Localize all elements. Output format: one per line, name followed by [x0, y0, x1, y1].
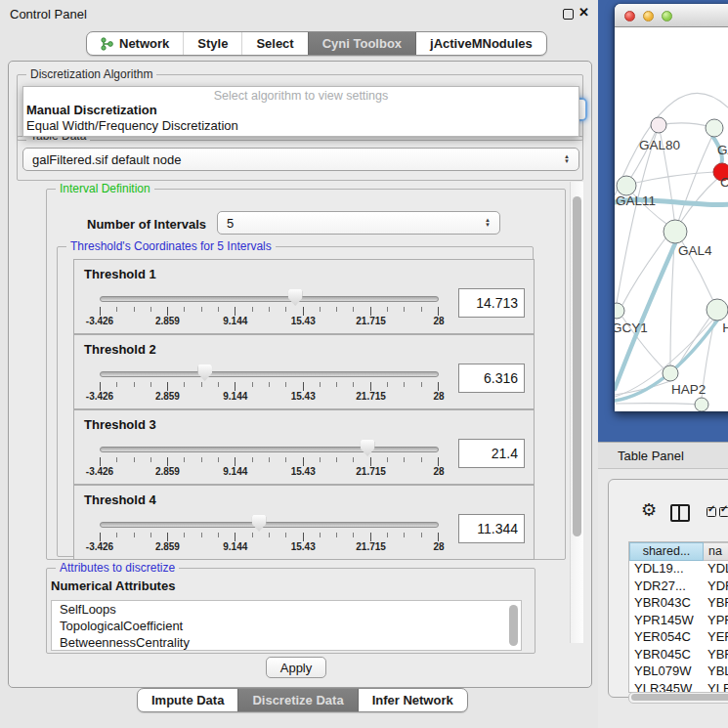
number-of-intervals-value: 5	[227, 216, 234, 231]
node-gal4[interactable]	[664, 220, 687, 243]
table-row[interactable]: YBR045CYBR0	[629, 647, 728, 664]
algorithm-dropdown-popup: Select algorithm to view settings Manual…	[22, 86, 579, 137]
tab-network-label: Network	[119, 36, 169, 51]
network-view-window[interactable]: GAL80 GA C GAL11 GAL4 GCY1 H HAP2	[615, 4, 728, 411]
numerical-attributes-label: Numerical Attributes	[51, 578, 175, 593]
algorithm-option-manual[interactable]: Manual Discretization	[23, 103, 578, 118]
node-label-partial-mid: C	[720, 175, 728, 190]
node-gal11[interactable]	[617, 176, 636, 195]
tab-select[interactable]: Select	[241, 32, 307, 55]
threshold-4-slider[interactable]: -3.4262.8599.14415.4321.71528	[100, 486, 439, 559]
table-row[interactable]: YBR043CYBR0	[629, 595, 728, 613]
table-data-value: galFiltered.sif default node	[32, 152, 181, 167]
slider-thumb[interactable]	[252, 515, 267, 532]
tab-style[interactable]: Style	[183, 32, 241, 55]
close-window-icon[interactable]	[624, 11, 635, 21]
numerical-attributes-list[interactable]: SelfLoops TopologicalCoefficient Between…	[51, 600, 522, 651]
node-attribute-table[interactable]: shared... na YDL19...YDL1 YDR27...YDR2 Y…	[628, 541, 728, 693]
table-row[interactable]: YDR27...YDR2	[629, 578, 728, 596]
table-panel-frame: ⚙ shared... na YDL19...YDL1 YDR27...YDR2…	[608, 479, 728, 698]
threshold-1-value-field[interactable]	[458, 288, 525, 318]
tick-label: 2.859	[155, 541, 180, 552]
threshold-1-panel: Threshold 1 -3.4262.8599.14415.4321.7152…	[73, 259, 535, 334]
checkbox-icon[interactable]	[707, 507, 716, 517]
tick-label: 15.43	[291, 316, 316, 326]
node-label-partial-top: GA	[717, 143, 728, 157]
tick-label: -3.426	[86, 541, 113, 552]
threshold-3-slider[interactable]: -3.4262.8599.14415.4321.71528	[100, 410, 439, 484]
table-panel-body: ⚙ shared... na YDL19...YDL1 YDR27...YDR2…	[598, 469, 728, 728]
apply-button[interactable]: Apply	[266, 657, 326, 678]
control-panel-titlebar: Control Panel ✕	[0, 0, 598, 27]
tick-label: 15.43	[291, 541, 316, 552]
table-data-combobox[interactable]: galFiltered.sif default node ▲▼	[22, 148, 579, 171]
tab-infer-network[interactable]: Infer Network	[358, 689, 467, 711]
tick-label: -3.426	[86, 391, 113, 402]
tab-cyni-toolbox[interactable]: Cyni Toolbox	[308, 32, 415, 55]
list-scrollbar[interactable]	[509, 604, 519, 647]
table-row[interactable]: YLR345WYLR3	[629, 681, 728, 693]
control-panel-tabbar: Network Style Select Cyni Toolbox jActiv…	[86, 31, 547, 56]
node-label-partial-h: H	[722, 321, 728, 335]
tick-label: 2.859	[155, 316, 180, 326]
slider-thumb[interactable]	[197, 364, 212, 381]
table-row[interactable]: YER054CYER0	[629, 629, 728, 647]
close-icon[interactable]: ✕	[578, 5, 589, 20]
slider-tick-labels: -3.4262.8599.14415.4321.71528	[100, 316, 439, 327]
node-hap2[interactable]	[663, 365, 678, 381]
thresholds-coordinates-title: Threshold's Coordinates for 5 Intervals	[66, 239, 276, 253]
network-canvas[interactable]: GAL80 GA C GAL11 GAL4 GCY1 H HAP2	[615, 27, 728, 411]
tab-discretize-data[interactable]: Discretize Data	[237, 689, 357, 711]
combo-arrows-icon: ▲▼	[485, 218, 491, 228]
threshold-3-value-field[interactable]	[458, 439, 525, 468]
node-top-right[interactable]	[706, 119, 723, 137]
tab-network[interactable]: Network	[87, 32, 183, 55]
slider-ticks	[100, 533, 439, 541]
cyni-toolbox-panel: Discretization Algorithm ▲▼ Select algor…	[8, 61, 592, 688]
slider-thumb[interactable]	[288, 289, 303, 306]
node-gal80[interactable]	[651, 117, 666, 133]
column-header-shared-name[interactable]: shared...	[629, 542, 704, 561]
slider-track[interactable]	[100, 296, 439, 302]
table-row[interactable]: YDL19...YDL1	[629, 561, 728, 578]
node-label-gcy1: GCY1	[615, 321, 648, 335]
table-panel-title: Table Panel	[618, 449, 684, 463]
slider-track[interactable]	[100, 522, 439, 528]
settings-scrollbar[interactable]	[570, 182, 583, 643]
threshold-4-value-field[interactable]	[458, 514, 525, 543]
slider-track[interactable]	[100, 447, 439, 452]
tab-impute-data[interactable]: Impute Data	[138, 689, 237, 711]
node-bottom[interactable]	[695, 398, 708, 411]
tab-jactivemnodules[interactable]: jActiveMNodules	[415, 32, 546, 55]
tick-label: 28	[433, 541, 444, 552]
cyni-bottom-tabbar: Impute Data Discretize Data Infer Networ…	[137, 688, 468, 712]
list-item[interactable]: BetweennessCentrality	[52, 634, 521, 651]
algorithm-option-equal-width[interactable]: Equal Width/Frequency Discretization	[23, 118, 578, 134]
zoom-window-icon[interactable]	[662, 11, 672, 21]
number-of-intervals-combobox[interactable]: 5 ▲▼	[217, 211, 500, 235]
checkbox-icon[interactable]	[719, 507, 728, 517]
slider-track[interactable]	[100, 371, 439, 377]
float-panel-icon[interactable]	[563, 9, 574, 20]
split-columns-icon[interactable]	[670, 504, 690, 522]
threshold-2-value-field[interactable]	[458, 364, 525, 393]
attributes-group-title: Attributes to discretize	[56, 561, 179, 575]
node-right[interactable]	[707, 299, 728, 321]
network-window-titlebar[interactable]	[615, 4, 728, 27]
gear-icon[interactable]: ⚙	[641, 501, 657, 519]
thresholds-coordinates-group: Threshold's Coordinates for 5 Intervals …	[57, 246, 534, 557]
node-label-hap2: HAP2	[671, 382, 706, 397]
table-row[interactable]: YPR145WYPR1	[629, 613, 728, 630]
node-gcy1[interactable]	[615, 303, 624, 319]
minimize-window-icon[interactable]	[643, 11, 654, 21]
threshold-2-slider[interactable]: -3.4262.8599.14415.4321.71528	[100, 335, 439, 408]
column-header-name[interactable]: na	[704, 542, 728, 561]
table-horizontal-scrollbar[interactable]	[628, 692, 728, 704]
slider-thumb[interactable]	[361, 440, 375, 456]
table-row[interactable]: YBL079WYBL0	[629, 664, 728, 681]
number-of-intervals-label: Number of Intervals	[87, 217, 206, 232]
list-item[interactable]: TopologicalCoefficient	[52, 618, 521, 634]
slider-tick-labels: -3.4262.8599.14415.4321.71528	[100, 541, 439, 553]
threshold-1-slider[interactable]: -3.4262.8599.14415.4321.71528	[100, 260, 439, 333]
list-item[interactable]: SelfLoops	[52, 601, 521, 618]
